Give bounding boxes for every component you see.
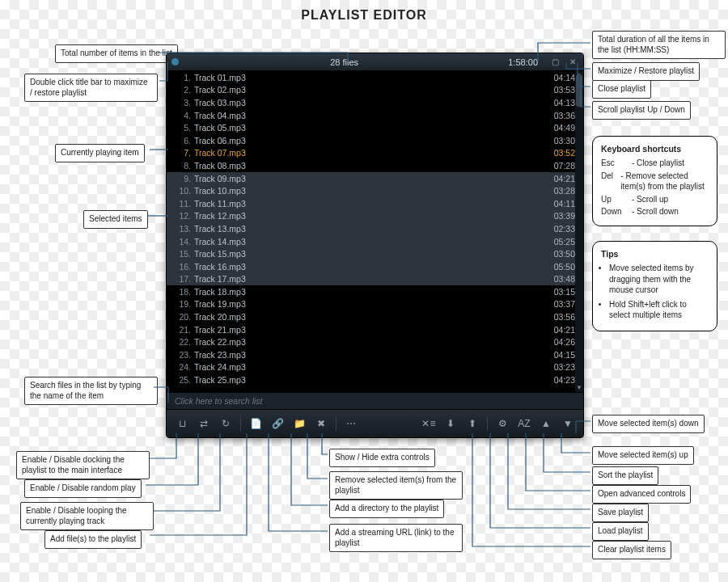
save-button[interactable]: ⬆ xyxy=(463,415,481,432)
track-name: Track 06.mp3 xyxy=(194,136,554,146)
track-number: 17. xyxy=(173,274,191,284)
clear-button[interactable]: ✕≡ xyxy=(420,415,438,432)
scroll-down-icon[interactable]: ▼ xyxy=(575,384,583,392)
track-row[interactable]: 14.Track 14.mp305:25 xyxy=(167,235,583,248)
sort-button[interactable]: AZ xyxy=(515,415,533,432)
track-row[interactable]: 24.Track 24.mp303:23 xyxy=(167,361,583,374)
track-number: 16. xyxy=(173,262,191,272)
track-duration: 03:37 xyxy=(554,299,575,309)
annot-total-items: Total number of items in the list xyxy=(55,44,178,63)
track-row[interactable]: 6.Track 06.mp303:30 xyxy=(167,134,583,147)
track-duration: 04:26 xyxy=(554,337,575,347)
track-number: 4. xyxy=(173,111,191,120)
annot-move-up: Move selected item(s) up xyxy=(592,446,694,465)
track-row[interactable]: 16.Track 16.mp305:50 xyxy=(167,260,583,273)
move-down-button[interactable]: ▼ xyxy=(559,415,577,432)
track-row[interactable]: 15.Track 15.mp303:50 xyxy=(167,247,583,260)
playlist-titlebar[interactable]: 28 files 1:58:00 ▢ ✕ xyxy=(167,53,583,71)
close-button[interactable]: ✕ xyxy=(567,57,578,68)
track-row[interactable]: 21.Track 21.mp304:21 xyxy=(167,323,583,336)
track-number: 18. xyxy=(173,287,191,297)
scroll-thumb[interactable] xyxy=(576,74,582,107)
track-number: 7. xyxy=(173,148,191,158)
tip-item: Move selected items by dragging them wit… xyxy=(609,263,709,296)
extra-controls-button[interactable]: ⋯ xyxy=(342,415,360,432)
add-dir-button[interactable]: 📁 xyxy=(290,415,308,432)
track-duration: 03:30 xyxy=(554,136,575,146)
track-duration: 03:39 xyxy=(554,211,575,221)
annot-docking: Enable / Disable docking the playlist to… xyxy=(16,451,150,479)
track-row[interactable]: 11.Track 11.mp304:11 xyxy=(167,197,583,210)
load-button[interactable]: ⬇ xyxy=(442,415,459,432)
track-row[interactable]: 12.Track 12.mp303:39 xyxy=(167,210,583,223)
remove-button[interactable]: ✖ xyxy=(312,415,330,432)
shortcut-desc: - Scroll down xyxy=(632,206,679,217)
track-row[interactable]: 19.Track 19.mp303:37 xyxy=(167,298,583,311)
track-number: 21. xyxy=(173,325,191,335)
shortcut-row: Del- Remove selected item(s) from the pl… xyxy=(601,171,709,192)
track-name: Track 14.mp3 xyxy=(194,237,554,247)
track-number: 3. xyxy=(173,98,191,108)
track-row[interactable]: 2.Track 02.mp303:53 xyxy=(167,84,583,97)
maximize-button[interactable]: ▢ xyxy=(549,57,561,68)
annot-loop: Enable / Disable looping the currently p… xyxy=(20,502,154,530)
track-duration: 04:23 xyxy=(554,375,575,385)
track-row[interactable]: 7.Track 07.mp303:52 xyxy=(167,147,583,160)
track-row[interactable]: 17.Track 17.mp303:48 xyxy=(167,273,583,286)
track-duration: 04:21 xyxy=(554,174,575,183)
track-duration: 05:25 xyxy=(554,237,575,247)
track-row[interactable]: 10.Track 10.mp303:28 xyxy=(167,184,583,197)
annot-load: Load playlist xyxy=(592,522,649,541)
track-name: Track 20.mp3 xyxy=(194,312,554,322)
track-name: Track 13.mp3 xyxy=(194,224,554,234)
shortcut-key: Up xyxy=(601,194,627,205)
track-row[interactable]: 25.Track 25.mp304:23 xyxy=(167,373,583,386)
track-row[interactable]: 9.Track 09.mp304:21 xyxy=(167,172,583,185)
track-row[interactable]: 23.Track 23.mp304:15 xyxy=(167,348,583,361)
playlist-list[interactable]: 1.Track 01.mp304:142.Track 02.mp303:533.… xyxy=(167,71,583,392)
track-row[interactable]: 3.Track 03.mp304:13 xyxy=(167,96,583,109)
toolbar-sep xyxy=(487,416,488,431)
track-row[interactable]: 5.Track 05.mp304:49 xyxy=(167,121,583,134)
track-number: 24. xyxy=(173,362,191,372)
annot-search: Search files in the list by typing the n… xyxy=(24,377,158,405)
shortcut-desc: - Close playlist xyxy=(632,158,684,169)
annot-save: Save playlist xyxy=(592,504,649,522)
track-name: Track 11.mp3 xyxy=(194,199,554,209)
track-row[interactable]: 20.Track 20.mp303:56 xyxy=(167,310,583,323)
dock-button[interactable]: ⊔ xyxy=(173,415,191,432)
shortcut-row: Up- Scroll up xyxy=(601,194,709,205)
add-file-button[interactable]: 📄 xyxy=(247,415,265,432)
track-duration: 04:11 xyxy=(554,199,575,209)
annot-clear: Clear playlist items xyxy=(592,541,671,559)
track-name: Track 01.mp3 xyxy=(194,73,554,82)
track-name: Track 09.mp3 xyxy=(194,174,554,183)
track-duration: 03:48 xyxy=(554,274,575,284)
loop-button[interactable]: ↻ xyxy=(217,415,235,432)
tips-box: Tips Move selected items by dragging the… xyxy=(592,241,717,331)
track-row[interactable]: 22.Track 22.mp304:26 xyxy=(167,335,583,348)
track-name: Track 18.mp3 xyxy=(194,287,554,297)
track-row[interactable]: 8.Track 08.mp307:28 xyxy=(167,159,583,172)
move-up-button[interactable]: ▲ xyxy=(537,415,555,432)
track-row[interactable]: 1.Track 01.mp304:14 xyxy=(167,71,583,84)
track-number: 15. xyxy=(173,249,191,259)
advanced-button[interactable]: ⚙ xyxy=(493,415,511,432)
track-name: Track 02.mp3 xyxy=(194,85,554,95)
track-row[interactable]: 4.Track 04.mp303:36 xyxy=(167,109,583,122)
track-name: Track 12.mp3 xyxy=(194,211,554,221)
track-row[interactable]: 18.Track 18.mp303:15 xyxy=(167,285,583,298)
shortcut-row: Down- Scroll down xyxy=(601,206,709,217)
add-url-button[interactable]: 🔗 xyxy=(269,415,286,432)
playlist-scrollbar[interactable]: ▲ ▼ xyxy=(575,71,583,392)
page-title: PLAYLIST EDITOR xyxy=(0,0,728,23)
track-number: 19. xyxy=(173,299,191,309)
annot-selected-items: Selected items xyxy=(83,210,148,229)
annot-add-dir: Add a directory to the playlist xyxy=(329,500,444,518)
track-row[interactable]: 13.Track 13.mp302:33 xyxy=(167,222,583,235)
track-name: Track 04.mp3 xyxy=(194,111,554,120)
track-number: 9. xyxy=(173,174,191,183)
search-input[interactable]: Click here to search list xyxy=(167,392,583,410)
shuffle-button[interactable]: ⇄ xyxy=(195,415,213,432)
tip-item: Hold Shift+left click to select multiple… xyxy=(609,299,709,321)
